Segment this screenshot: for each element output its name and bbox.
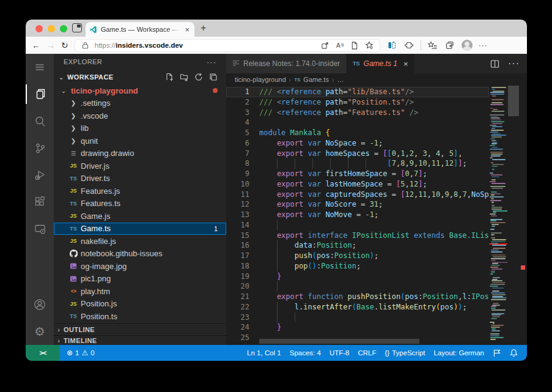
new-folder-icon[interactable] bbox=[180, 73, 188, 81]
tree-item-game-js[interactable]: JSGame.js bbox=[54, 210, 226, 223]
zoom-window-button[interactable] bbox=[60, 25, 67, 32]
browser-menu-icon[interactable]: ··· bbox=[479, 41, 488, 50]
code-line-23[interactable]: 23 bbox=[226, 312, 489, 323]
tab-game-ts[interactable]: TS Game.ts 1 × bbox=[347, 54, 414, 73]
tab-overview-icon[interactable] bbox=[72, 23, 82, 32]
code-line-17[interactable]: 17 push(pos:Position); bbox=[226, 251, 489, 261]
tree-item-driver-ts[interactable]: TSDriver.ts bbox=[54, 172, 226, 185]
editor-more-icon[interactable]: ··· bbox=[508, 58, 520, 69]
horizontal-scrollbar[interactable] bbox=[259, 339, 419, 344]
tree-item-ticino-playground[interactable]: ⌄ticino-playground bbox=[54, 84, 226, 97]
tree-item-play-htm[interactable]: <>play.htm bbox=[54, 285, 226, 298]
code-line-2[interactable]: 2/// <reference path="Position.ts"/> bbox=[226, 97, 489, 108]
collapse-all-icon[interactable] bbox=[209, 73, 218, 81]
source-control-icon[interactable] bbox=[26, 135, 54, 161]
back-icon[interactable]: ← bbox=[32, 41, 40, 50]
favorites-list-icon[interactable] bbox=[427, 40, 438, 51]
tree-item-features-ts[interactable]: TSFeatures.ts bbox=[54, 198, 226, 210]
menu-icon[interactable] bbox=[26, 54, 54, 81]
keyboard-layout-status[interactable]: Layout: German bbox=[430, 349, 488, 357]
tree-item--vscode[interactable]: ❯.vscode bbox=[54, 109, 226, 122]
code-line-6[interactable]: 6 export var NoSpace = -1; bbox=[226, 138, 489, 149]
code-line-18[interactable]: 18 pop():Position; bbox=[226, 261, 489, 272]
tree-item-game-ts[interactable]: TSGame.ts1 bbox=[54, 223, 226, 235]
minimap[interactable] bbox=[489, 86, 507, 345]
code-line-12[interactable]: 12 export var NoScore = 31; bbox=[226, 199, 489, 210]
code-line-19[interactable]: 19 } bbox=[226, 272, 489, 282]
tab-release-notes[interactable]: Release Notes: 1.74.0-insider bbox=[226, 54, 347, 73]
tree-item-position-js[interactable]: JSPosition.js bbox=[54, 298, 226, 311]
code-line-14[interactable]: 14 bbox=[226, 220, 489, 231]
extensions-icon[interactable] bbox=[403, 40, 414, 51]
tree-item-features-js[interactable]: JSFeatures.js bbox=[54, 185, 226, 198]
code-line-3[interactable]: 3/// <reference path="Features.ts" /> bbox=[226, 108, 489, 118]
workspace-section-header[interactable]: ⌄ WORKSPACE bbox=[54, 70, 226, 84]
explorer-icon[interactable] bbox=[26, 81, 54, 108]
code-line-10[interactable]: 10 export var lastHomeSpace = [5,12]; bbox=[226, 179, 489, 190]
language-status[interactable]: {} TypeScript bbox=[381, 349, 430, 357]
problems-status[interactable]: ⊗ 1 ⚠ 0 bbox=[62, 349, 99, 357]
tree-item-drawing-drawio[interactable]: ☰drawing.drawio bbox=[54, 147, 226, 160]
code-line-9[interactable]: 9 export var firstHomeSpace = [0,7]; bbox=[226, 169, 489, 179]
tree-item-nakefile-js[interactable]: JSnakefile.js bbox=[54, 235, 226, 248]
extensions-view-icon[interactable] bbox=[26, 188, 54, 215]
encoding-status[interactable]: UTF-8 bbox=[325, 349, 354, 357]
vertical-scrollbar[interactable] bbox=[507, 86, 520, 345]
share-icon[interactable] bbox=[320, 40, 331, 51]
code-line-5[interactable]: 5module Mankala { bbox=[226, 128, 489, 138]
tree-item-lib[interactable]: ❯lib bbox=[54, 122, 226, 135]
code-line-13[interactable]: 13 export var NoMove = -1; bbox=[226, 210, 489, 220]
tree-item-driver-js[interactable]: JSDriver.js bbox=[54, 160, 226, 172]
address-bar[interactable]: https://insiders.vscode.dev A bbox=[75, 39, 380, 52]
search-icon[interactable] bbox=[26, 108, 54, 135]
settings-gear-icon[interactable]: ⚙ bbox=[26, 318, 54, 345]
refresh-icon[interactable] bbox=[194, 73, 203, 81]
code-line-11[interactable]: 11 export var capturedSpaces = [12,11,10… bbox=[226, 190, 489, 200]
tab-close-icon[interactable]: × bbox=[183, 26, 191, 34]
breadcrumb-folder[interactable]: ticino-playground bbox=[235, 76, 286, 83]
tree-item-og-image-jpg[interactable]: og-image.jpg bbox=[54, 260, 226, 273]
profile-avatar[interactable] bbox=[462, 40, 473, 51]
reload-icon[interactable]: ↻ bbox=[61, 41, 68, 50]
remote-indicator[interactable]: >< bbox=[26, 345, 60, 361]
code-line-20[interactable]: 20 bbox=[226, 281, 489, 292]
indentation-status[interactable]: Spaces: 4 bbox=[285, 349, 325, 357]
new-file-icon[interactable] bbox=[165, 73, 174, 81]
breadcrumb-symbol[interactable]: … bbox=[337, 76, 344, 83]
web-capture-icon[interactable] bbox=[349, 40, 360, 51]
tree-item-pic1-png[interactable]: pic1.png bbox=[54, 273, 226, 286]
code-line-15[interactable]: 15 export interface IPositionList extend… bbox=[226, 231, 489, 241]
read-aloud-icon[interactable]: A bbox=[334, 40, 345, 51]
split-editor-icon[interactable] bbox=[490, 59, 499, 68]
browser-tab[interactable]: Game.ts — Workspace — Visua × bbox=[86, 22, 194, 37]
split-screen-icon[interactable] bbox=[386, 40, 397, 51]
code-area[interactable]: 1/// <reference path="lib/Base.ts"/>2///… bbox=[226, 86, 527, 345]
cursor-position[interactable]: Ln 1, Col 1 bbox=[243, 349, 285, 357]
notifications-bell-icon[interactable] bbox=[506, 349, 522, 357]
feedback-icon[interactable] bbox=[488, 349, 506, 357]
code-line-7[interactable]: 7 export var homeSpaces = [[0,1,2, 3, 4,… bbox=[226, 149, 489, 159]
code-line-8[interactable]: 8 [7,8,9,10,11,12]]; bbox=[226, 158, 489, 169]
tree-item-position-ts[interactable]: TSPosition.ts bbox=[54, 310, 226, 323]
code-line-1[interactable]: 1/// <reference path="lib/Base.ts"/> bbox=[226, 87, 489, 97]
code-line-16[interactable]: 16 data:Position; bbox=[226, 240, 489, 251]
favorites-icon[interactable] bbox=[364, 40, 375, 51]
account-icon[interactable] bbox=[26, 291, 54, 318]
code-line-24[interactable]: 24 } bbox=[226, 322, 489, 333]
minimize-window-button[interactable] bbox=[48, 25, 55, 32]
close-window-button[interactable] bbox=[35, 25, 43, 32]
remote-explorer-icon[interactable] bbox=[26, 215, 54, 242]
tree-item-notebook-github-issues[interactable]: notebook.github-issues bbox=[54, 248, 226, 261]
code-line-22[interactable]: 22 l.insertAfter(Base.listMakeEntry(pos)… bbox=[226, 302, 489, 312]
collections-icon[interactable] bbox=[444, 40, 455, 51]
code-line-4[interactable]: 4 bbox=[226, 117, 489, 128]
tab-close-icon[interactable]: × bbox=[403, 59, 408, 68]
outline-section-header[interactable]: › OUTLINE bbox=[54, 323, 226, 335]
timeline-section-header[interactable]: › TIMELINE bbox=[54, 335, 226, 345]
eol-status[interactable]: CRLF bbox=[353, 349, 380, 357]
breadcrumb-file[interactable]: Game.ts bbox=[303, 76, 329, 83]
tree-item--settings[interactable]: ❯.settings bbox=[54, 97, 226, 110]
code-line-21[interactable]: 21 export function pushPosition(pos:Posi… bbox=[226, 292, 489, 302]
run-debug-icon[interactable] bbox=[26, 161, 54, 188]
explorer-more-icon[interactable]: ··· bbox=[207, 57, 216, 67]
